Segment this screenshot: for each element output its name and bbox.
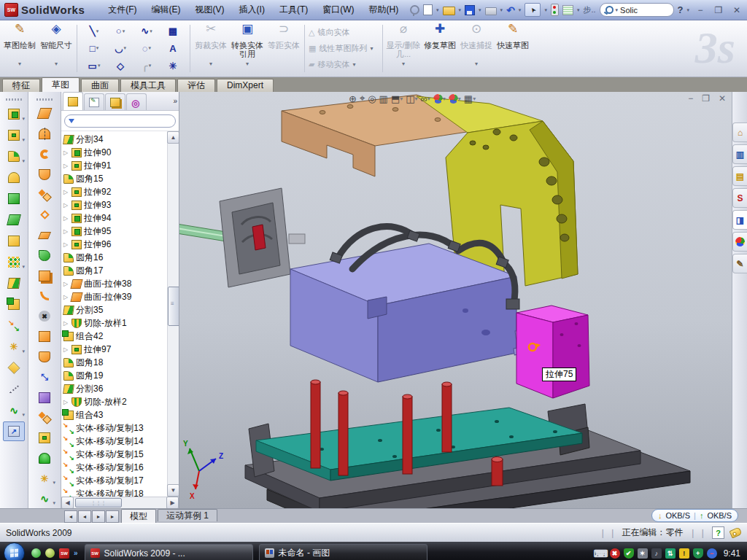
task-pane-tab[interactable]: S: [732, 188, 747, 208]
dropdown-arrow-icon[interactable]: [475, 60, 478, 69]
select-dropdown-icon[interactable]: ▾: [544, 7, 547, 13]
task-pane-tab[interactable]: ✎: [732, 254, 747, 273]
menu-item[interactable]: 文件(F): [101, 1, 144, 18]
expand-arrow-icon[interactable]: ▷: [63, 320, 69, 327]
close-button[interactable]: ✕: [729, 4, 744, 15]
sketch-entity-button[interactable]: ◡: [107, 41, 133, 55]
document-tab[interactable]: 运动算例 1: [158, 509, 217, 521]
tray-icon[interactable]: ⌨: [596, 548, 606, 559]
dropdown-arrow-icon[interactable]: [22, 152, 25, 166]
panel-overflow-icon[interactable]: »: [173, 97, 177, 105]
dropdown-arrow-icon[interactable]: [53, 494, 55, 508]
surface-tool-button[interactable]: [34, 104, 55, 123]
dimxpert-manager-tab[interactable]: [126, 93, 147, 110]
surface-tool-button[interactable]: [34, 327, 55, 346]
feature-tool-button[interactable]: [3, 379, 25, 399]
sketch-entity-button[interactable]: □: [81, 41, 107, 55]
dropdown-arrow-icon[interactable]: [458, 96, 461, 102]
scroll-right-icon[interactable]: ▶: [166, 497, 179, 509]
feature-tree-item[interactable]: ▷ 拉伸90: [61, 146, 167, 159]
tags-icon[interactable]: [729, 526, 742, 538]
doc-restore-button[interactable]: ❐: [702, 93, 710, 104]
dropdown-arrow-icon[interactable]: [22, 131, 25, 144]
surface-tool-button[interactable]: [34, 165, 55, 184]
expand-arrow-icon[interactable]: ▷: [63, 149, 69, 156]
feature-tree-item[interactable]: ▷ 圆角17: [61, 264, 167, 277]
dropdown-arrow-icon[interactable]: [352, 61, 355, 68]
scroll-left-icon[interactable]: ◀: [61, 497, 74, 509]
undo-dropdown-icon[interactable]: ▾: [519, 7, 522, 13]
expand-arrow-icon[interactable]: ▷: [63, 202, 69, 209]
quick-tips-icon[interactable]: ?: [712, 526, 724, 539]
dropdown-arrow-icon[interactable]: [22, 406, 25, 419]
new-dropdown-icon[interactable]: ▾: [436, 7, 439, 13]
surface-tool-button[interactable]: [34, 266, 55, 285]
feature-tree-item[interactable]: ▷ 实体-移动/复制14: [61, 435, 167, 448]
command-tab[interactable]: DimXpert: [217, 79, 274, 92]
feature-tree-item[interactable]: ▷ 实体-移动/复制13: [61, 421, 167, 435]
feature-tree-item[interactable]: ▷ 实体-移动/复制16: [61, 461, 167, 474]
ribbon-button[interactable]: ◈ 智能尺寸: [38, 21, 74, 76]
sketch-entity-button[interactable]: A: [160, 41, 186, 55]
expand-arrow-icon[interactable]: ▷: [63, 281, 69, 287]
feature-tree-item[interactable]: ▷ 组合43: [61, 408, 167, 421]
tray-icon[interactable]: −: [707, 548, 717, 559]
dropdown-arrow-icon[interactable]: [370, 45, 373, 52]
dropdown-arrow-icon[interactable]: [427, 96, 430, 102]
command-tab[interactable]: 曲面: [81, 79, 119, 92]
solidworks-quicklaunch-icon[interactable]: SW: [59, 548, 69, 559]
tree-horizontal-scrollbar[interactable]: ◀ ▶: [61, 497, 179, 508]
menu-item[interactable]: 工具(T): [272, 1, 315, 18]
view-tool-button[interactable]: ▦: [464, 93, 476, 104]
restore-button[interactable]: ❐: [711, 4, 726, 15]
ribbon-button[interactable]: ✚ 修复草图: [422, 21, 458, 76]
tray-icon[interactable]: ✔: [624, 548, 634, 559]
dropdown-arrow-icon[interactable]: [22, 110, 25, 123]
menu-item[interactable]: 插入(I): [232, 1, 272, 18]
ribbon-button[interactable]: ▣ 转换实体引用: [229, 21, 266, 76]
tray-icon[interactable]: ⇅: [665, 548, 676, 559]
tray-icon[interactable]: +: [693, 548, 703, 559]
command-tab[interactable]: 特征: [2, 79, 40, 92]
feature-tree-item[interactable]: ▷ 拉伸94: [61, 211, 167, 225]
start-button[interactable]: [4, 542, 25, 560]
ribbon-small-button[interactable]: ▦ 线性草图阵列: [309, 43, 379, 54]
dropdown-arrow-icon[interactable]: [123, 45, 126, 51]
dropdown-arrow-icon[interactable]: [18, 60, 21, 69]
tab-nav-arrow[interactable]: ◂: [64, 510, 77, 523]
graphics-viewport[interactable]: Y Z X ⊕ ⌖ ◎: [179, 92, 732, 508]
expand-arrow-icon[interactable]: ▷: [63, 241, 69, 248]
expand-arrow-icon[interactable]: ▷: [63, 189, 69, 195]
view-tool-button[interactable]: ▥: [379, 93, 388, 104]
help-dropdown-icon[interactable]: ▾: [686, 7, 689, 13]
dropdown-arrow-icon[interactable]: [443, 96, 446, 102]
tray-icon[interactable]: ♪: [651, 548, 662, 559]
expand-arrow-icon[interactable]: ▷: [63, 294, 69, 300]
surface-tool-button[interactable]: [34, 429, 55, 448]
view-tool-button[interactable]: ⌖: [360, 93, 365, 104]
tray-icon[interactable]: !: [679, 548, 689, 559]
feature-tool-button[interactable]: [3, 231, 25, 251]
surface-tool-button[interactable]: [34, 489, 55, 508]
viewport-canvas[interactable]: Y Z X: [179, 92, 732, 508]
feature-tree-item[interactable]: ▷ 拉伸91: [61, 159, 167, 172]
command-tab[interactable]: 模具工具: [120, 79, 176, 92]
command-tab[interactable]: 草图: [42, 77, 80, 92]
surface-tool-button[interactable]: [34, 144, 55, 163]
options-dropdown-icon[interactable]: ▾: [577, 7, 580, 13]
options-list-icon[interactable]: [562, 5, 573, 15]
feature-tool-button[interactable]: [3, 316, 25, 335]
feature-tree-item[interactable]: ▷ 分割35: [61, 303, 167, 316]
open-dropdown-icon[interactable]: ▾: [459, 7, 462, 13]
feature-tree-item[interactable]: ▷ 拉伸95: [61, 225, 167, 238]
dropdown-arrow-icon[interactable]: [149, 63, 152, 69]
feature-tool-button[interactable]: [3, 295, 25, 314]
print-dropdown-icon[interactable]: ▾: [500, 7, 503, 13]
view-tool-button[interactable]: ∞: [421, 93, 430, 104]
sketch-entity-button[interactable]: ✳: [160, 58, 186, 73]
scroll-down-icon[interactable]: ▼: [167, 484, 179, 497]
feature-tool-button[interactable]: [3, 252, 25, 272]
dropdown-arrow-icon[interactable]: [53, 474, 55, 487]
app-quicklaunch-icon[interactable]: [45, 548, 55, 558]
feature-tool-button[interactable]: [3, 210, 25, 230]
